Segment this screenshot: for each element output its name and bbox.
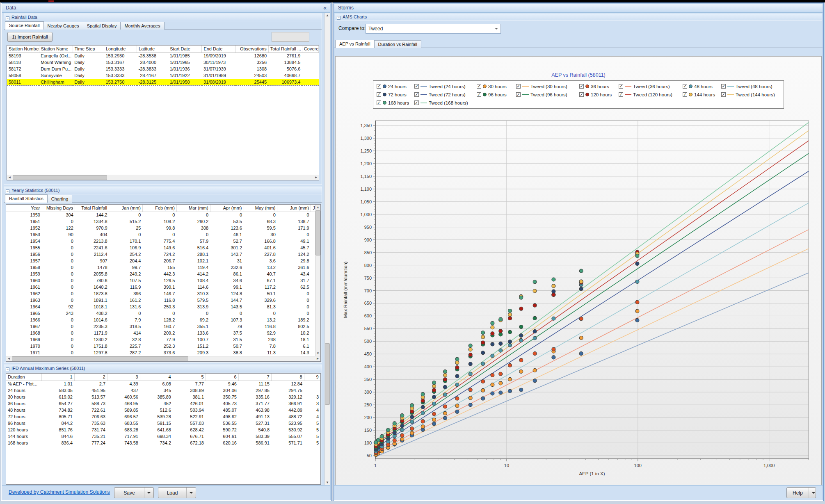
column-header[interactable]: Jun (mm) bbox=[277, 205, 311, 212]
tab-charting[interactable]: Charting bbox=[47, 195, 73, 203]
table-row[interactable]: 1950304144.2000000 bbox=[6, 212, 320, 218]
import-rainfall-button[interactable]: 1) Import Rainfall bbox=[7, 32, 53, 42]
table-row[interactable]: 72 hours805.71706.63696.57539.28522.9149… bbox=[6, 413, 320, 420]
legend-checkbox[interactable]: ✓ bbox=[377, 100, 381, 105]
table-row[interactable]: 120 hours851.76731.74683.28641.68628.425… bbox=[6, 426, 320, 433]
legend-checkbox[interactable]: ✓ bbox=[414, 84, 419, 89]
legend-checkbox[interactable]: ✓ bbox=[619, 84, 623, 89]
column-header[interactable]: Apr (mm) bbox=[210, 205, 244, 212]
table-row[interactable]: % AEP - Plot...1.012.74.396.087.779.4611… bbox=[6, 381, 320, 387]
column-header[interactable]: Year bbox=[6, 205, 42, 212]
scroll-down-icon[interactable]: ▼ bbox=[315, 351, 320, 356]
column-header[interactable]: 3 bbox=[107, 374, 140, 381]
legend-checkbox[interactable]: ✓ bbox=[619, 92, 623, 97]
legend-checkbox[interactable]: ✓ bbox=[414, 100, 419, 105]
table-row[interactable]: 196801171.9414209.2133.637.592.910.2 bbox=[6, 330, 320, 336]
station-table-hscrollbar[interactable]: ◄ ► bbox=[7, 175, 319, 180]
legend-checkbox[interactable]: ✓ bbox=[516, 84, 521, 89]
column-header[interactable]: Feb (mm) bbox=[142, 205, 176, 212]
developer-link[interactable]: Developed by Catchment Simulation Soluti… bbox=[9, 489, 110, 495]
column-header[interactable]: Latitude bbox=[137, 46, 168, 52]
collapse-group-icon[interactable]: − bbox=[337, 16, 341, 20]
table-row[interactable]: 24 hours583.05451.95437345308.89304.0629… bbox=[6, 387, 320, 394]
table-row[interactable]: 58193Eungella (Oxl...Daily153.2930-28.35… bbox=[7, 52, 319, 59]
collapse-group-icon[interactable]: − bbox=[6, 367, 9, 371]
table-row[interactable]: 1964921018.1131.6250.3313.9143.581.30 bbox=[6, 303, 320, 310]
column-header[interactable]: End Date bbox=[202, 46, 235, 52]
compare-to-select[interactable]: Tweed bbox=[366, 24, 501, 34]
table-row[interactable]: 58011ChillinghamDaily153.2750-28.31251/0… bbox=[7, 79, 319, 85]
scroll-down-icon[interactable]: ▼ bbox=[325, 480, 330, 485]
column-header[interactable]: Missing Days bbox=[42, 205, 75, 212]
help-dropdown-icon[interactable] bbox=[809, 488, 818, 498]
legend-checkbox[interactable]: ✓ bbox=[683, 84, 687, 89]
table-row[interactable]: 96 hours844.2735.63683.55591.15557.03536… bbox=[6, 420, 320, 426]
tab-rainfall-statistics[interactable]: Rainfall Statistics bbox=[5, 194, 48, 203]
legend-checkbox[interactable]: ✓ bbox=[414, 92, 419, 97]
table-row[interactable]: 195101334.8515.2108.2260.253.568.3138.7 bbox=[6, 218, 320, 225]
column-header[interactable]: 2 bbox=[74, 374, 107, 381]
column-header[interactable]: 9 bbox=[304, 374, 320, 381]
tab-nearby-gauges[interactable]: Nearby Gauges bbox=[43, 22, 83, 30]
tab-monthly-averages[interactable]: Monthly Averages bbox=[120, 22, 164, 30]
legend-checkbox[interactable]: ✓ bbox=[377, 84, 381, 89]
table-row[interactable]: 197101297.8287.2373.6209.338.811.314.3 bbox=[6, 349, 320, 356]
table-row[interactable]: 196601014.67.9128.269.2107.313.2189.2 bbox=[6, 317, 320, 323]
table-row[interactable]: 168 hours836.4777.24743.58734.2672.18620… bbox=[6, 440, 320, 446]
table-row[interactable]: 195902055.8249.2442.3414.286.140.743.4 bbox=[6, 271, 320, 277]
column-header[interactable]: Duration bbox=[6, 374, 41, 381]
collapse-group-icon[interactable]: − bbox=[6, 189, 9, 193]
table-row[interactable]: 58058SunnyvaleDaily153.3333-28.41671/01/… bbox=[7, 72, 319, 79]
table-row[interactable]: 195402213.8170.1775.457.952.7166.849.1 bbox=[6, 238, 320, 244]
table-row[interactable]: 195502241.6106.9149.6516.4301.2401.645.7 bbox=[6, 244, 320, 251]
legend-checkbox[interactable]: ✓ bbox=[579, 92, 584, 97]
column-header[interactable]: Jan (mm) bbox=[109, 205, 143, 212]
table-row[interactable]: 197001751.8225.7252.3151.250.77.86.1 bbox=[6, 343, 320, 349]
ifd-group-header[interactable]: −IFD Annual Maximum Series (58011) bbox=[4, 365, 322, 372]
yearly-statistics-group-header[interactable]: −Yearly Statistics (58011) bbox=[4, 187, 322, 194]
table-row[interactable]: 196201873.8396146.7310.3124.850.10 bbox=[6, 290, 320, 297]
column-header[interactable]: Start Date bbox=[168, 46, 202, 52]
tab-source-rainfall[interactable]: Source Rainfall bbox=[5, 21, 44, 30]
column-header[interactable]: Observations bbox=[235, 46, 268, 52]
scrollbar-thumb[interactable] bbox=[13, 175, 107, 180]
column-header[interactable]: 1 bbox=[41, 374, 74, 381]
table-row[interactable]: 195602112.4254.2724.2288.1143.7227.8124.… bbox=[6, 251, 320, 258]
legend-checkbox[interactable]: ✓ bbox=[516, 92, 521, 97]
legend-checkbox[interactable]: ✓ bbox=[477, 92, 481, 97]
column-header[interactable]: Station Number bbox=[7, 46, 39, 52]
table-row[interactable]: 48 hours734.82722.61589.85512.6503.94485… bbox=[6, 407, 320, 413]
table-row[interactable]: 196301891.1161.2116.8579.5144.7329.60 bbox=[6, 297, 320, 303]
table-row[interactable]: 1965243408.2000000 bbox=[6, 310, 320, 317]
help-button[interactable]: Help bbox=[786, 487, 816, 498]
load-button[interactable]: Load bbox=[158, 487, 196, 498]
column-header[interactable]: 6 bbox=[206, 374, 238, 381]
scroll-left-icon[interactable]: ◄ bbox=[6, 356, 11, 361]
legend-checkbox[interactable]: ✓ bbox=[721, 84, 726, 89]
legend-checkbox[interactable]: ✓ bbox=[477, 84, 481, 89]
legend-checkbox[interactable]: ✓ bbox=[721, 92, 726, 97]
table-row[interactable]: 30 hours619.02513.57460.56385.89381.1350… bbox=[6, 394, 320, 400]
scroll-left-icon[interactable]: ◄ bbox=[7, 175, 12, 180]
scroll-up-icon[interactable]: ▲ bbox=[325, 13, 330, 18]
column-header[interactable]: Total Rainfall ... bbox=[268, 46, 302, 52]
scrollbar-thumb[interactable] bbox=[325, 343, 330, 405]
collapse-group-icon[interactable]: − bbox=[6, 16, 9, 20]
column-header[interactable]: 8 bbox=[271, 374, 304, 381]
table-row[interactable]: 19570907204.4206.7102.1313.629.8 bbox=[6, 258, 320, 264]
table-row[interactable]: 196101640.2116.9390.1114.699.1117.262.5 bbox=[6, 284, 320, 290]
scroll-right-icon[interactable]: ► bbox=[315, 356, 320, 361]
column-header[interactable]: Longitude bbox=[104, 46, 137, 52]
column-header[interactable]: Station Name bbox=[39, 46, 73, 52]
column-header[interactable]: Covere bbox=[302, 46, 318, 52]
column-header[interactable]: May (mm) bbox=[244, 205, 277, 212]
legend-checkbox[interactable]: ✓ bbox=[683, 92, 687, 97]
load-dropdown-icon[interactable] bbox=[186, 488, 196, 498]
scrollbar-thumb[interactable] bbox=[12, 356, 188, 361]
scroll-up-icon[interactable]: ▲ bbox=[315, 205, 320, 210]
save-dropdown-icon[interactable] bbox=[144, 488, 153, 498]
table-row[interactable]: 58118Mount WarningDaily153.3167-28.40001… bbox=[7, 59, 319, 66]
table-row[interactable]: 19600780.6107.5126.5108.434.667.131.7 bbox=[6, 277, 320, 284]
scrollbar-thumb[interactable] bbox=[315, 210, 320, 255]
table-row[interactable]: 19539040400046.1300 bbox=[6, 231, 320, 238]
